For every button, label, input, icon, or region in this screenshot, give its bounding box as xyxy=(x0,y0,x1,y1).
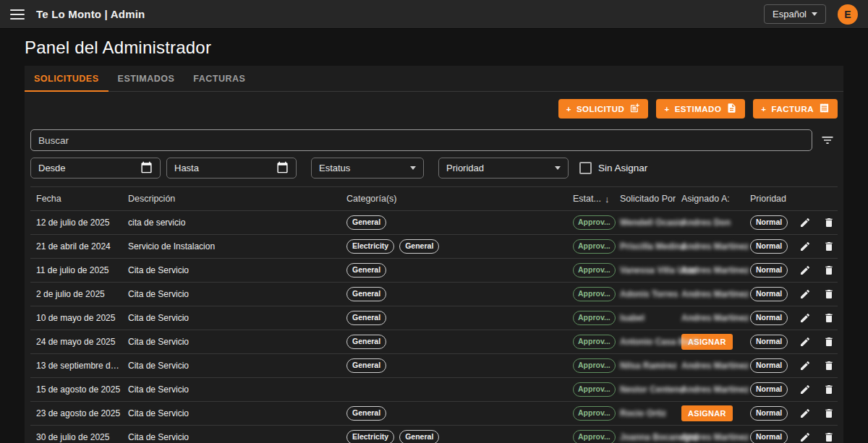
avatar[interactable]: E xyxy=(838,4,858,25)
asignar-button[interactable]: ASIGNAR xyxy=(681,405,733,421)
edit-button[interactable] xyxy=(799,336,811,348)
priority-chip: Normal xyxy=(750,430,788,443)
cell-actions xyxy=(792,431,838,443)
requester-name: Adonis Torres xyxy=(620,289,678,299)
assigned-name: Andres Martinez xyxy=(681,432,749,442)
requester-name: Rocio Ortiz xyxy=(620,408,666,418)
date-from-field[interactable]: Desde xyxy=(30,158,161,179)
column-header-descripcion[interactable]: Descripción xyxy=(122,194,341,204)
edit-button[interactable] xyxy=(799,360,811,371)
unassigned-checkbox[interactable] xyxy=(579,162,592,174)
cell-categorias: General xyxy=(341,335,567,349)
column-header-prioridad[interactable]: Prioridad xyxy=(744,194,792,204)
priority-chip: Normal xyxy=(750,382,788,397)
edit-button[interactable] xyxy=(799,408,811,419)
category-chip: General xyxy=(346,335,386,349)
column-header-categorias[interactable]: Categoría(s) xyxy=(341,194,567,204)
category-chip: Electricity xyxy=(346,430,394,443)
cell-descripcion: Cita de Servicio xyxy=(122,361,341,371)
assigned-name: Andres Martinez xyxy=(681,289,749,299)
delete-button[interactable] xyxy=(823,384,835,395)
cell-categorias: ElectricityGeneral xyxy=(341,239,567,254)
table-row: 23 de agosto de 2025 Cita de Servicio Ge… xyxy=(30,402,838,426)
unassigned-filter[interactable]: Sin Asignar xyxy=(579,162,647,174)
requester-name: Wendell Ocasio xyxy=(620,218,684,228)
menu-icon[interactable] xyxy=(10,9,25,20)
table-row: 10 de mayo de 2025 Cita de Servicio Gene… xyxy=(30,306,838,330)
language-selector[interactable]: Español xyxy=(764,4,826,24)
edit-button[interactable] xyxy=(799,241,811,252)
cell-descripcion: Cita de Servicio xyxy=(122,313,341,323)
delete-button[interactable] xyxy=(823,360,835,371)
edit-button[interactable] xyxy=(799,288,811,300)
edit-button[interactable] xyxy=(799,312,811,324)
cell-estatus: Approv... xyxy=(567,239,614,254)
cell-prioridad: Normal xyxy=(744,287,792,301)
cell-actions xyxy=(792,288,838,300)
delete-button[interactable] xyxy=(823,217,835,228)
category-chip: General xyxy=(399,430,439,443)
category-chip: General xyxy=(399,239,439,254)
delete-button[interactable] xyxy=(823,264,835,276)
priority-chip: Normal xyxy=(750,287,788,301)
status-chip: Approv... xyxy=(573,430,616,443)
delete-button[interactable] xyxy=(823,408,835,419)
add-solicitud-button[interactable]: + SOLICITUD xyxy=(558,99,649,119)
edit-button[interactable] xyxy=(799,217,811,228)
add-estimado-button[interactable]: + ESTIMADO xyxy=(656,99,745,119)
sort-desc-icon[interactable]: ↓ xyxy=(605,194,610,205)
requester-name: Antonio Casa Borit xyxy=(620,337,699,347)
column-header-asignado[interactable]: Asignado A: xyxy=(676,194,744,204)
search-box xyxy=(30,129,812,151)
column-header-solicitado[interactable]: Solicitado Por: xyxy=(614,194,676,204)
cell-descripcion: Cita de Servicio xyxy=(122,337,341,347)
document-icon xyxy=(726,103,737,115)
column-header-fecha[interactable]: Fecha xyxy=(30,194,122,204)
delete-button[interactable] xyxy=(823,241,835,252)
status-select[interactable]: Estatus xyxy=(311,158,424,179)
priority-select[interactable]: Prioridad xyxy=(438,158,569,179)
search-input[interactable] xyxy=(38,135,804,146)
delete-button[interactable] xyxy=(823,336,835,348)
table-row: 24 de mayo de 2025 Cita de Servicio Gene… xyxy=(30,330,838,354)
create-actions-row: + SOLICITUD + ESTIMADO + FACTURA xyxy=(25,92,843,119)
edit-button[interactable] xyxy=(799,431,811,443)
cell-solicitado: Joanna Bocanegra xyxy=(614,432,676,442)
cell-fecha: 24 de mayo de 2025 xyxy=(30,337,122,347)
calendar-icon xyxy=(276,161,289,176)
cell-estatus: Approv... xyxy=(567,358,614,373)
cell-solicitado: Wendell Ocasio xyxy=(614,218,676,228)
plus-sign: + xyxy=(761,105,766,113)
status-chip: Approv... xyxy=(573,287,616,301)
assigned-name: Andres Martinez xyxy=(681,265,749,275)
add-solicitud-label: SOLICITUD xyxy=(576,105,624,113)
tab-bar: SOLICITUDES ESTIMADOS FACTURAS xyxy=(25,66,843,92)
cell-fecha: 10 de mayo de 2025 xyxy=(30,313,122,323)
assigned-name: Andres Martinez xyxy=(681,384,749,395)
cell-prioridad: Normal xyxy=(744,406,792,421)
table-header-row: Fecha Descripción Categoría(s) Estat...↓… xyxy=(30,187,838,211)
priority-chip: Normal xyxy=(750,215,788,230)
delete-button[interactable] xyxy=(823,431,835,443)
date-to-field[interactable]: Hasta xyxy=(166,158,297,179)
tab-facturas[interactable]: FACTURAS xyxy=(184,66,255,91)
delete-button[interactable] xyxy=(823,312,835,324)
edit-button[interactable] xyxy=(799,384,811,395)
category-chip: General xyxy=(346,311,386,325)
cell-categorias: General xyxy=(341,287,567,301)
filter-list-icon[interactable] xyxy=(817,130,838,150)
tab-estimados[interactable]: ESTIMADOS xyxy=(109,66,184,91)
column-header-estatus[interactable]: Estat...↓ xyxy=(567,194,614,205)
requester-name: Nilsa Ramirez xyxy=(620,361,677,371)
cell-fecha: 21 de abril de 2024 xyxy=(30,241,122,251)
cell-actions xyxy=(792,312,838,324)
add-factura-button[interactable]: + FACTURA xyxy=(753,99,838,119)
cell-actions xyxy=(792,384,838,395)
edit-button[interactable] xyxy=(799,264,811,276)
delete-button[interactable] xyxy=(823,288,835,300)
tab-solicitudes[interactable]: SOLICITUDES xyxy=(25,66,109,91)
cell-actions xyxy=(792,264,838,276)
status-chip: Approv... xyxy=(573,335,616,349)
cell-asignado: Andres Martinez xyxy=(676,432,744,442)
app-title: Te Lo Monto | Admin xyxy=(36,8,145,20)
